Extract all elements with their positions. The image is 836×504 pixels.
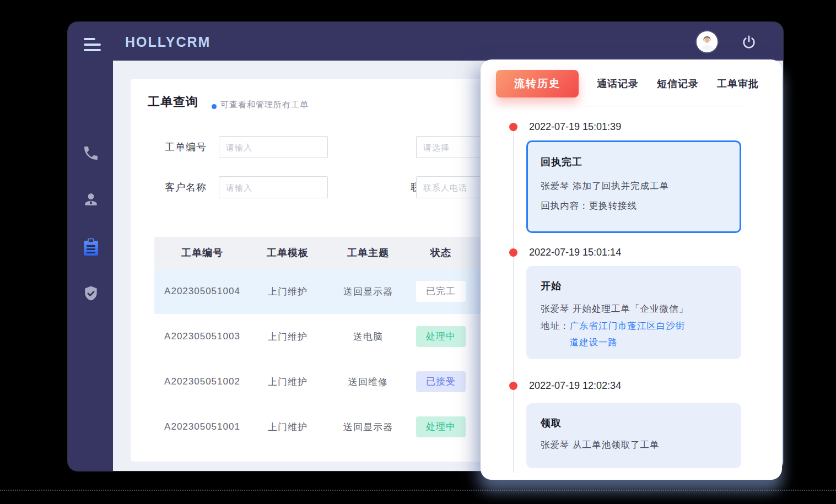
timeline-dot-icon [509,248,517,257]
timeline-card-line: 张爱琴 从工单池领取了工单 [541,437,727,452]
brand-logo: HOLLYCRM [125,34,211,50]
timeline-line [513,127,514,473]
cell-subject: 送回显示器 [325,285,411,298]
timeline-card-title: 开始 [541,279,727,292]
timeline-card-start[interactable]: 开始 张爱琴 开始处理工单「企业微信」 地址： 广东省江门市蓬江区白沙街道建设一… [526,266,741,359]
col-header-order-no: 工单编号 [154,246,250,259]
decorative-dotted-line [0,490,836,491]
timeline-card-title: 回执完工 [541,155,727,169]
detail-tabs: 流转历史 通话记录 短信记录 工单审批 [496,70,759,97]
avatar-image [697,31,718,52]
status-badge: 处理中 [416,326,466,347]
cell-order-no: A202305051001 [154,421,250,432]
tab-order-approval[interactable]: 工单审批 [717,77,759,90]
timeline-timestamp: 2022-07-19 12:02:34 [529,379,621,392]
work-order-clipboard-icon [82,238,100,257]
sidebar-item-security[interactable] [82,285,100,302]
timeline-dot-icon [509,382,517,390]
status-badge: 处理中 [416,416,466,437]
timeline-dot-icon [509,123,517,131]
cell-template: 上门维护 [250,285,325,298]
filter-label-order-no: 工单编号 [131,136,207,158]
tabs-divider [496,106,747,106]
timeline-card-receipt-complete[interactable]: 回执完工 张爱琴 添加了回执并完成工单 回执内容：更换转接线 [526,140,741,233]
cell-template: 上门维护 [250,376,325,388]
cell-subject: 送回维修 [325,376,411,388]
order-no-input[interactable] [219,136,328,158]
timeline-card-title: 领取 [541,416,727,430]
cell-order-no: A202305051003 [154,331,250,342]
page-subtitle: 可查看和管理所有工单 [220,100,309,110]
timeline-card-line: 张爱琴 添加了回执并完成工单 [541,176,727,196]
cell-template: 上门维护 [250,330,325,343]
address-link[interactable]: 广东省江门市蓬江区白沙街道建设一路 [570,317,693,350]
timeline-card-line: 张爱琴 开始处理工单「企业微信」 [541,300,727,317]
sidebar-item-work-orders[interactable] [82,238,100,256]
phone-icon [82,144,100,162]
address-label: 地址： [541,317,570,334]
timeline-timestamp: 2022-07-19 15:01:14 [529,246,621,259]
power-icon[interactable] [741,35,757,50]
col-header-status: 状态 [411,246,471,259]
timeline-card-claim[interactable]: 领取 张爱琴 从工单池领取了工单 [526,403,741,468]
timeline-card-line: 回执内容：更换转接线 [541,196,727,215]
sidebar-item-contacts[interactable] [82,191,100,208]
user-avatar[interactable] [697,31,718,52]
status-badge: 已接受 [416,371,466,392]
tab-transfer-history[interactable]: 流转历史 [496,70,579,97]
cell-template: 上门维护 [250,421,325,433]
work-order-detail-panel: 流转历史 通话记录 短信记录 工单审批 2022-07-19 15:01:39 … [481,59,782,480]
menu-icon[interactable] [84,38,101,52]
status-badge: 已完工 [416,281,466,302]
cell-subject: 送电脑 [325,330,411,343]
tab-sms-records[interactable]: 短信记录 [657,77,699,90]
filter-label-customer: 客户名称 [131,176,207,198]
sidebar-item-calls[interactable] [82,144,100,162]
col-header-template: 工单模板 [250,246,325,259]
page-title: 工单查询 [148,94,198,110]
cell-subject: 送回显示器 [325,421,411,433]
subtitle-dot-icon [212,104,217,109]
contact-person-icon [82,191,100,208]
timeline-card-address-row: 地址： 广东省江门市蓬江区白沙街道建设一路 [541,317,727,350]
cell-order-no: A202305051004 [154,286,250,297]
security-shield-icon [82,285,100,302]
customer-name-input[interactable] [219,176,328,198]
tab-call-records[interactable]: 通话记录 [597,77,639,90]
col-header-subject: 工单主题 [325,246,411,259]
cell-order-no: A202305051002 [154,376,250,387]
timeline-timestamp: 2022-07-19 15:01:39 [529,120,621,133]
